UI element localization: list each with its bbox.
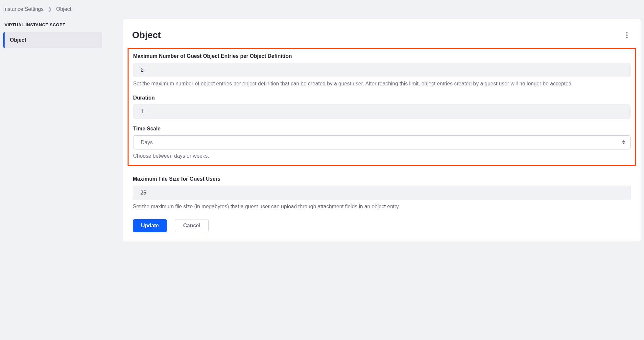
highlighted-section: Maximum Number of Guest Object Entries p… [128,48,636,166]
main-content: Object Maximum Number of Guest Object En… [123,19,641,241]
form-actions: Update Cancel [128,216,635,232]
sidebar-item-object[interactable]: Object [3,32,102,48]
time-scale-label: Time Scale [133,125,631,133]
duration-label: Duration [133,94,631,102]
breadcrumb: Instance Settings ❯ Object [0,0,644,19]
settings-panel: Object Maximum Number of Guest Object En… [123,19,641,241]
max-file-size-group: Maximum File Size for Guest Users Set th… [128,175,635,211]
sidebar-item-label: Object [10,37,26,43]
duration-input[interactable] [133,104,631,119]
chevron-right-icon: ❯ [48,6,52,12]
kebab-menu-button[interactable] [622,31,632,40]
duration-group: Duration [129,94,635,119]
max-guest-entries-help: Set the maximum number of object entries… [133,80,631,88]
max-guest-entries-label: Maximum Number of Guest Object Entries p… [133,52,631,60]
time-scale-group: Time Scale Days Choose between days or w… [129,125,635,160]
kebab-icon [626,37,628,38]
max-guest-entries-group: Maximum Number of Guest Object Entries p… [129,52,635,88]
max-guest-entries-input[interactable] [133,63,631,77]
breadcrumb-parent-link[interactable]: Instance Settings [3,6,44,12]
kebab-icon [626,34,628,36]
cancel-button[interactable]: Cancel [175,219,208,232]
sidebar: VIRTUAL INSTANCE SCOPE Object [3,19,102,241]
page-title: Object [132,28,161,42]
time-scale-select[interactable]: Days [133,135,631,149]
breadcrumb-current: Object [56,6,71,12]
sidebar-heading: VIRTUAL INSTANCE SCOPE [3,19,102,32]
kebab-icon [626,32,628,34]
max-file-size-label: Maximum File Size for Guest Users [133,175,631,183]
max-file-size-help: Set the maximum file size (in megabytes)… [133,203,631,211]
update-button[interactable]: Update [133,219,167,232]
max-file-size-input[interactable] [133,186,631,200]
time-scale-help: Choose between days or weeks. [133,152,631,160]
